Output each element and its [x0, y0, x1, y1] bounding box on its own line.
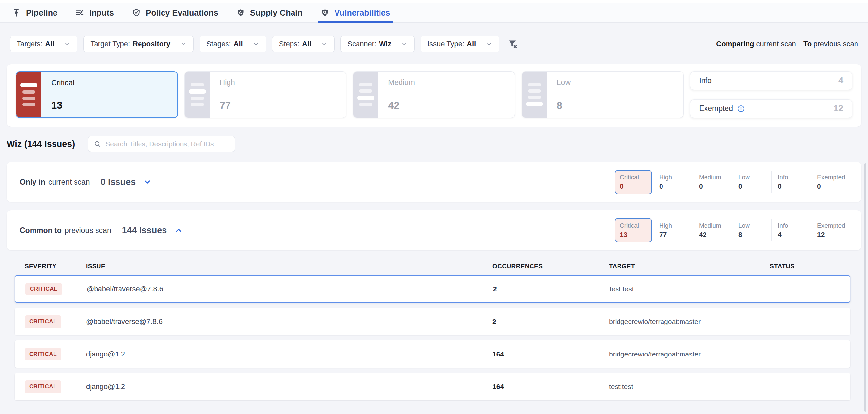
column-header-target: TARGET	[609, 263, 770, 270]
chip-medium[interactable]: Medium 0	[693, 171, 732, 193]
chip-critical[interactable]: Critical 13	[615, 218, 652, 242]
chip-label: Low	[738, 222, 770, 229]
column-header-status: STATUS	[770, 263, 850, 270]
chevron-down-icon	[401, 41, 408, 47]
column-header-occurrences: OCCURRENCES	[492, 263, 609, 270]
chip-label: Medium	[699, 222, 730, 229]
filter-scanner[interactable]: Scanner: Wiz	[340, 36, 415, 52]
chip-count: 42	[699, 231, 730, 239]
issues-count: 144 Issues	[122, 226, 167, 236]
filter-stages[interactable]: Stages: All	[199, 36, 266, 52]
issue-cell: django@1.2	[86, 382, 492, 391]
tab-bar: Pipeline Inputs Policy Evaluations	[0, 3, 868, 23]
chip-label: Critical	[620, 222, 647, 229]
chip-label: High	[659, 222, 691, 229]
severity-level-icon	[353, 71, 378, 118]
issue-cell: @babel/traverse@7.8.6	[87, 285, 493, 293]
inputs-icon	[75, 8, 84, 18]
table-row[interactable]: CRITICAL @babel/traverse@7.8.6 2 test:te…	[15, 275, 850, 303]
filter-label: Stages:	[207, 40, 231, 48]
severity-card-critical[interactable]: Critical 13	[16, 71, 178, 118]
table-row[interactable]: CRITICAL @babel/traverse@7.8.6 2 bridgec…	[15, 308, 850, 335]
chip-count: 0	[699, 182, 730, 190]
chip-high[interactable]: High 0	[653, 171, 693, 193]
chip-info[interactable]: Info 0	[772, 171, 811, 193]
chip-count: 8	[738, 231, 770, 239]
chip-count: 0	[620, 182, 647, 190]
info-circle-icon[interactable]	[737, 105, 745, 113]
chip-label: Info	[778, 222, 809, 229]
chip-low[interactable]: Low 8	[732, 219, 772, 241]
chevron-down-icon[interactable]	[143, 178, 152, 186]
exempted-card[interactable]: Exempted 12	[690, 99, 852, 118]
chevron-up-icon[interactable]	[174, 226, 183, 235]
pipeline-icon	[12, 8, 21, 18]
tab-supply-chain[interactable]: Supply Chain	[236, 3, 303, 22]
filter-label: Scanner:	[347, 40, 376, 48]
target-cell: test:test	[610, 285, 771, 293]
severity-card-medium[interactable]: Medium 42	[353, 71, 515, 118]
common-to-previous-scan-section: Common to previous scan 144 Issues Criti…	[6, 210, 862, 250]
filter-label: Issue Type:	[428, 40, 464, 48]
tab-policy-evaluations[interactable]: Policy Evaluations	[132, 3, 218, 22]
severity-card-low[interactable]: Low 8	[522, 71, 684, 118]
target-cell: bridgecrewio/terragoat:master	[609, 350, 770, 358]
severity-level-icon	[17, 72, 41, 117]
occurrences-cell: 164	[492, 383, 609, 391]
severity-card-count: 42	[388, 100, 512, 112]
table-row[interactable]: CRITICAL django@1.2 164 test:test	[15, 373, 850, 400]
chip-medium[interactable]: Medium 42	[693, 219, 732, 241]
chip-info[interactable]: Info 4	[772, 219, 811, 241]
tab-inputs[interactable]: Inputs	[75, 3, 114, 22]
chip-count: 0	[659, 182, 691, 190]
chip-count: 0	[778, 182, 809, 190]
clear-filters-button[interactable]	[505, 36, 520, 52]
supply-chain-shield-icon	[236, 8, 245, 18]
severity-card-count: 8	[557, 100, 680, 112]
severity-card-high[interactable]: High 77	[185, 71, 347, 118]
filter-targets[interactable]: Targets: All	[10, 36, 78, 52]
only-in-current-scan-toggle[interactable]: Only in current scan 0 Issues	[20, 177, 152, 187]
filter-steps[interactable]: Steps: All	[272, 36, 335, 52]
chip-label: Critical	[620, 174, 647, 181]
issues-count: 0 Issues	[101, 177, 136, 187]
search-input[interactable]	[105, 140, 229, 148]
tab-label: Policy Evaluations	[146, 8, 218, 18]
chip-count: 77	[659, 231, 691, 239]
tab-pipeline[interactable]: Pipeline	[12, 3, 57, 22]
issue-cell: django@1.2	[86, 350, 492, 358]
issue-cell: @babel/traverse@7.8.6	[86, 317, 492, 326]
tab-label: Pipeline	[26, 8, 57, 18]
chevron-down-icon	[253, 41, 259, 47]
column-header-severity: SEVERITY	[25, 263, 86, 270]
chip-high[interactable]: High 77	[653, 219, 693, 241]
filter-value: All	[45, 40, 54, 48]
filter-target-type[interactable]: Target Type: Repository	[83, 36, 194, 52]
chevron-down-icon	[64, 41, 70, 47]
chip-exempted[interactable]: Exempted 12	[811, 219, 850, 241]
comparing-label: Comparing current scan To previous scan	[716, 40, 858, 48]
vertical-scrollbar[interactable]	[864, 163, 866, 412]
chip-exempted[interactable]: Exempted 0	[811, 171, 850, 193]
table-row[interactable]: CRITICAL django@1.2 164 bridgecrewio/ter…	[15, 341, 850, 368]
severity-level-icon	[522, 71, 547, 118]
info-card[interactable]: Info 4	[690, 71, 852, 90]
severity-summary-panel: Critical 13 High 77 Medium 42 Low 8	[6, 64, 862, 126]
chip-label: Low	[738, 174, 770, 181]
severity-level-icon	[185, 71, 210, 118]
chevron-down-icon	[180, 41, 187, 47]
occurrences-cell: 2	[493, 285, 610, 293]
filter-x-icon	[507, 38, 518, 50]
filter-label: Targets:	[17, 40, 42, 48]
chip-low[interactable]: Low 0	[732, 171, 772, 193]
common-to-previous-scan-toggle[interactable]: Common to previous scan 144 Issues	[20, 226, 183, 236]
filter-issue-type[interactable]: Issue Type: All	[421, 36, 499, 52]
chip-count: 12	[817, 231, 848, 239]
comparing-bold: Comparing	[716, 40, 754, 48]
chip-critical[interactable]: Critical 0	[615, 170, 652, 194]
chevron-down-icon	[486, 41, 492, 47]
chevron-down-icon	[321, 41, 328, 47]
tab-label: Vulnerabilities	[335, 8, 390, 18]
search-box	[88, 136, 235, 152]
tab-vulnerabilities[interactable]: Vulnerabilities	[320, 3, 390, 22]
